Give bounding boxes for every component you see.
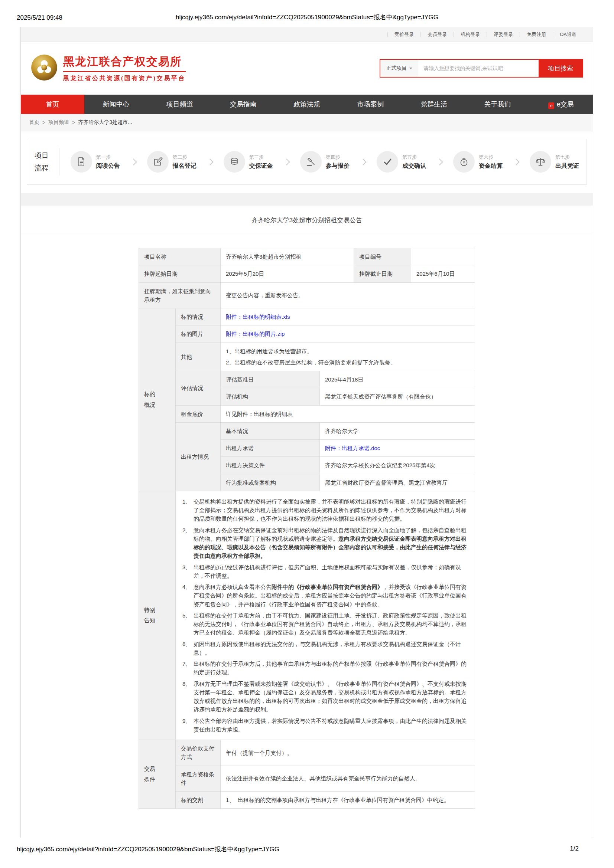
flow-label: 项目流程: [34, 149, 50, 174]
breadcrumb-separator: >: [72, 119, 75, 126]
table-row: 租金底价 详见附件：出租标的明细表: [139, 405, 475, 422]
attachment-link-detail-xls[interactable]: 附件：出租标的明细表.xls: [226, 313, 290, 320]
notice-item: 6、 如因出租方原因致使出租标的无法交付的，与交易机构无涉，承租方有权要求交易机…: [182, 640, 468, 657]
utility-link[interactable]: 竞价登录: [387, 32, 420, 37]
special-notice-content: 1、 交易机构将出租方提供的资料进行了全面如实披露，并不表明能够对出租标的所有瑕…: [176, 491, 475, 739]
print-header: 2025/5/21 09:48 hljcqjy.ejy365.com/ejy/d…: [0, 0, 614, 27]
project-search: 正式项目 项目搜索: [379, 59, 583, 78]
step-pay-deposit: 第三步交保证金: [224, 151, 273, 172]
table-row: 其他 1、出租标的用途要求为经营超市。 2、出租标的在不改变房屋主体结构，符合消…: [139, 343, 475, 371]
print-url: hljcqjy.ejy365.com/ejy/detail?infoId=ZZC…: [139, 13, 475, 22]
conditions-group-label: 交易条件: [139, 740, 176, 809]
search-button[interactable]: 项目搜索: [539, 60, 583, 77]
other-value: 1、出租标的用途要求为经营超市。 2、出租标的在不改变房屋主体结构，符合消防要求…: [221, 343, 475, 371]
table-row: 标的概况 标的情况 附件：出租标的明细表.xls: [139, 308, 475, 326]
project-no-label: 项目编号: [354, 248, 411, 265]
lessor-commit-value: 附件：出租方承诺.doc: [320, 440, 475, 457]
rent-floor-value: 详见附件：出租标的明细表: [221, 405, 475, 422]
subject-info-label: 标的情况: [176, 308, 221, 326]
notice-item: 9、 本公告全部内容由出租方提供，若实际情况与公告不符或故意隐瞒重大应披露事项，…: [182, 717, 468, 734]
stopwatch-yuan-icon: ¥: [453, 151, 475, 172]
edit-icon: [147, 151, 169, 172]
table-row: 项目名称 齐齐哈尔大学3处超市分别招租 项目编号: [139, 248, 475, 265]
payment-label: 交易价款支付方式: [176, 740, 221, 766]
table-row: 标的交割 1、出租标的的交割事项由承租方与出租方在《行政事业单位国有资产租赁合同…: [139, 792, 475, 809]
chevron-right-icon: [207, 158, 213, 165]
table-row: 标的图片 附件：出租标的图片.zip: [139, 326, 475, 343]
table-row: 承租方资格条件 依法注册并有效存续的企业法人、其他组织或具有完全民事行为能力的自…: [139, 766, 475, 792]
nav-home[interactable]: 首页: [21, 95, 84, 114]
nav-news[interactable]: 新闻中心: [84, 95, 148, 114]
search-category-select[interactable]: 正式项目: [380, 60, 418, 77]
print-datetime: 2025/5/21 09:48: [17, 14, 139, 22]
nav-policy[interactable]: 政策法规: [275, 95, 338, 114]
step-read-announcement: 第一步阅读公告: [71, 151, 120, 172]
check-icon: [377, 151, 398, 172]
qualification-value: 依法注册并有效存续的企业法人、其他组织或具有完全民事行为能力的自然人。: [221, 766, 475, 792]
utility-link[interactable]: 机构登录: [454, 32, 487, 37]
step-issue-certificate: 第七步出具凭证: [530, 151, 579, 172]
notice-item: 5、 出租标的在交付于承租方前，由于不可抗力、国家建设征用土地、开发拆迁、政府政…: [182, 611, 468, 637]
breadcrumb-separator: >: [42, 119, 45, 126]
breadcrumb-home[interactable]: 首页: [29, 119, 39, 126]
svg-text:¥: ¥: [462, 161, 465, 165]
utility-link[interactable]: OA通道: [553, 32, 583, 37]
announcement-title: 齐齐哈尔大学3处超市分别招租交易公告: [21, 206, 593, 232]
print-footer-page: 1/2: [570, 845, 579, 854]
scales-icon: [530, 151, 551, 172]
utility-link[interactable]: 免费注册: [520, 32, 553, 37]
expiry-label: 挂牌期满，如未征集到意向承租方: [139, 282, 221, 308]
brand-name: 黑龙江联合产权交易所: [63, 54, 186, 72]
qualification-label: 承租方资格条件: [176, 766, 221, 792]
approval-label: 行为批准或备案机构: [221, 474, 320, 491]
attachment-link-commit-doc[interactable]: 附件：出租方承诺.doc: [325, 445, 380, 451]
chevron-right-icon: [130, 158, 137, 165]
breadcrumb-channel[interactable]: 项目频道: [48, 119, 69, 126]
utility-link[interactable]: 会员登录: [420, 32, 454, 37]
expiry-value: 变更公告内容，重新发布公告。: [221, 282, 475, 308]
rent-floor-label: 租金底价: [176, 405, 221, 422]
special-notice-label: 特别告知: [139, 491, 176, 739]
search-input[interactable]: [418, 60, 539, 77]
list-start-label: 挂牌起始日期: [139, 265, 221, 282]
appraisal-date-value: 2025年4月18日: [320, 371, 475, 388]
chevron-right-icon: [283, 158, 290, 165]
flow-steps: 第一步阅读公告 第二步报名登记: [71, 151, 579, 172]
appraisal-label: 评估情况: [176, 371, 221, 406]
lessor-label: 出租方情况: [176, 422, 221, 491]
coins-icon: [224, 151, 245, 172]
project-flow: 项目流程 第一步阅读公告 第二步报名登记: [27, 139, 587, 185]
subject-photo-label: 标的图片: [176, 326, 221, 343]
lessor-decision-value: 齐齐哈尔大学校长办公会议纪要2025年第4次: [320, 457, 475, 474]
appraisal-date-label: 评估基准日: [221, 371, 320, 388]
chevron-right-icon: [436, 158, 443, 165]
nav-cases[interactable]: 市场案例: [339, 95, 402, 114]
nav-guide[interactable]: 交易指南: [211, 95, 275, 114]
notice-item: 7、 出租标的在交付于承租方后，其他事宜由承租方与出租标的产权单位按照《行政事业…: [182, 659, 468, 677]
announcement-table: 项目名称 齐齐哈尔大学3处超市分别招租 项目编号 挂牌起始日期 2025年5月2…: [138, 248, 475, 809]
dropdown-caret-icon: [409, 68, 412, 70]
step-bid: 第四步参与报价: [300, 151, 350, 172]
nav-party[interactable]: 党群生活: [402, 95, 466, 114]
table-row: 挂牌期满，如未征集到意向承租方 变更公告内容，重新发布公告。: [139, 282, 475, 308]
delivery-value: 1、出租标的的交割事项由承租方与出租方在《行政事业单位国有资产租赁合同》中约定。: [221, 792, 475, 809]
table-row: 特别告知 1、 交易机构将出租方提供的资料进行了全面如实披露，并不表明能够对出租…: [139, 491, 475, 739]
brand-logo[interactable]: 黑龙江联合产权交易所 黑龙江省公共资源(国有资产)交易平台: [31, 54, 186, 83]
main-nav: 首页 新闻中心 项目频道 交易指南 政策法规 市场案例 党群生活 关于我们 ee…: [21, 95, 593, 114]
table-row: 交易条件 交易价款支付方式 年付（提前一个月支付）。: [139, 740, 475, 766]
project-name-label: 项目名称: [139, 248, 221, 265]
gavel-icon: [300, 151, 322, 172]
utility-link[interactable]: 评委登录: [487, 32, 520, 37]
nav-about[interactable]: 关于我们: [466, 95, 529, 114]
print-footer-url: hljcqjy.ejy365.com/ejy/detail?infoId=ZZC…: [17, 845, 279, 854]
breadcrumb: 首页 > 项目频道 > 齐齐哈尔大学3处超市...: [21, 114, 593, 131]
appraisal-org-label: 评估机构: [221, 388, 320, 405]
nav-etrade[interactable]: ee交易: [529, 95, 593, 114]
delivery-label: 标的交割: [176, 792, 221, 809]
attachment-link-photo-zip[interactable]: 附件：出租标的图片.zip: [226, 331, 284, 337]
nav-projects[interactable]: 项目频道: [148, 95, 211, 114]
e-trade-icon: e: [548, 102, 554, 109]
project-no-value: [411, 248, 475, 265]
list-end-label: 挂牌截止日期: [354, 265, 411, 282]
table-row: 评估情况 评估基准日 2025年4月18日: [139, 371, 475, 388]
